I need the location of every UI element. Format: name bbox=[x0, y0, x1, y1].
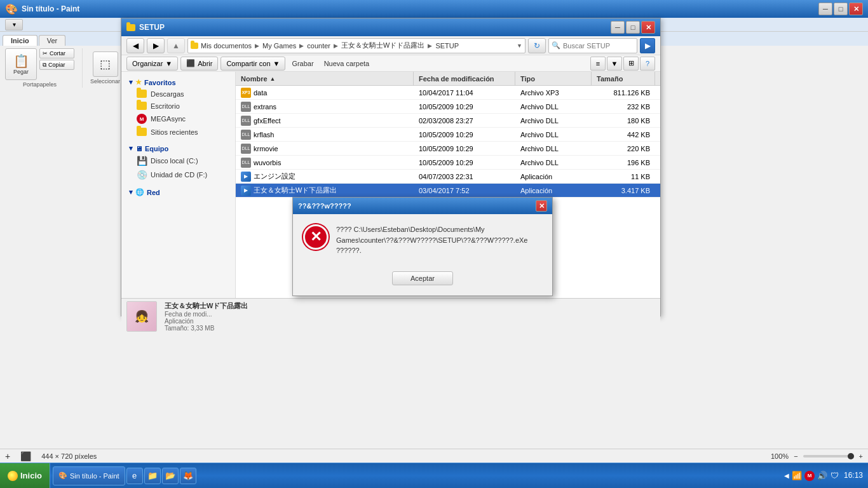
paint-close-button[interactable]: ✕ bbox=[849, 3, 863, 15]
file-name-text: extrans bbox=[254, 103, 276, 111]
start-button[interactable]: Inicio bbox=[0, 463, 50, 488]
zoom-minus-button[interactable]: − bbox=[794, 452, 797, 460]
organizar-arrow: ▼ bbox=[165, 60, 172, 67]
taskbar-item-explorer2[interactable]: 📂 bbox=[162, 468, 179, 484]
zoom-slider[interactable] bbox=[803, 455, 854, 458]
clock: 16:13 bbox=[844, 471, 863, 481]
breadcrumb-setup[interactable]: SETUP bbox=[434, 41, 460, 50]
taskbar-paint-icon: 🎨 bbox=[58, 471, 67, 480]
file-size-cell: 442 KB bbox=[592, 128, 655, 141]
help-button[interactable]: ? bbox=[640, 57, 655, 71]
search-icon: 🔍 bbox=[552, 41, 560, 50]
preview-pane-button[interactable]: ⊞ bbox=[623, 57, 639, 71]
taskbar-item-folder[interactable]: 📁 bbox=[144, 468, 161, 484]
zoom-plus-button[interactable]: + bbox=[859, 452, 863, 460]
taskbar-item-firefox[interactable]: 🦊 bbox=[180, 468, 196, 484]
refresh-button[interactable]: ↻ bbox=[528, 38, 546, 53]
nueva-carpeta-button[interactable]: Nueva carpeta bbox=[320, 57, 374, 71]
xp3-file-icon: XP3 bbox=[241, 88, 251, 98]
canvas-icon: ⬛ bbox=[20, 451, 31, 461]
speaker-icon[interactable]: 🔊 bbox=[817, 471, 827, 481]
file-name-cell: DLLwuvorbis bbox=[236, 156, 414, 169]
explorer-statusbar: 👧 王女＆女騎士Wド下品露出 Fecha de modi... Aplicaci… bbox=[121, 298, 660, 334]
explorer-maximize-button[interactable]: □ bbox=[626, 21, 640, 34]
search-input[interactable] bbox=[563, 42, 627, 50]
red-header[interactable]: ▾ 🌐 Red bbox=[124, 187, 233, 198]
ie-icon: e bbox=[132, 471, 137, 480]
sitios-folder-icon bbox=[137, 128, 147, 136]
explorer-minimize-button[interactable]: ─ bbox=[611, 21, 625, 34]
col-header-nombre[interactable]: Nombre ▲ bbox=[236, 72, 414, 85]
select-button[interactable]: ⬚ bbox=[93, 51, 118, 77]
paint-title: Sin título - Paint bbox=[22, 4, 79, 13]
red-icon: 🌐 bbox=[135, 188, 144, 196]
breadcrumb-gamefolder[interactable]: 王女＆女騎士Wドド品露出 bbox=[340, 40, 426, 51]
table-row[interactable]: DLLkrflash10/05/2009 10:29Archivo DLL442… bbox=[236, 128, 660, 142]
sidebar-item-megasync[interactable]: M MEGAsync bbox=[124, 112, 233, 126]
back-button[interactable]: ◀ bbox=[126, 38, 144, 53]
explorer-close-button[interactable]: ✕ bbox=[641, 21, 655, 34]
notification-icons: ◀ 📶 M 🔊 🛡 bbox=[784, 471, 840, 481]
breadcrumb-mis-documentos[interactable]: Mis documentos bbox=[200, 41, 253, 50]
aceptar-button[interactable]: Aceptar bbox=[392, 271, 453, 285]
taskbar-item-ie[interactable]: e bbox=[126, 468, 143, 484]
address-bar[interactable]: Mis documentos ▶ My Games ▶ counter ▶ 王女… bbox=[187, 38, 526, 53]
ribbon-tab-inicio[interactable]: Inicio bbox=[3, 35, 37, 46]
file-name-cell: DLLextrans bbox=[236, 100, 414, 113]
sidebar-item-descargas[interactable]: Descargas bbox=[124, 88, 233, 100]
forward-button[interactable]: ▶ bbox=[147, 38, 165, 53]
sidebar-item-escritorio[interactable]: Escritorio bbox=[124, 100, 233, 112]
favorites-header[interactable]: ▾ ★ Favoritos bbox=[124, 77, 233, 88]
network-icon[interactable]: 📶 bbox=[792, 471, 802, 481]
breadcrumb-arrow-2[interactable]: ▶ bbox=[299, 43, 304, 49]
col-header-fecha[interactable]: Fecha de modificación bbox=[414, 72, 515, 85]
breadcrumb-counter[interactable]: counter bbox=[306, 41, 332, 50]
paint-maximize-button[interactable]: □ bbox=[834, 3, 848, 15]
breadcrumb-arrow-4[interactable]: ▶ bbox=[428, 43, 432, 49]
equipo-header[interactable]: ▾ 🖥 Equipo bbox=[124, 143, 233, 154]
address-dropdown-arrow[interactable]: ▼ bbox=[517, 43, 522, 49]
quick-access-btn[interactable]: ▾ bbox=[5, 19, 23, 30]
ribbon-tab-ver[interactable]: Ver bbox=[39, 35, 66, 46]
col-header-tamanio[interactable]: Tamaño bbox=[592, 72, 655, 85]
compartir-button[interactable]: Compartir con ▼ bbox=[220, 57, 285, 71]
table-row[interactable]: ▶エンジン設定04/07/2003 22:31Aplicación11 KB bbox=[236, 170, 660, 184]
table-row[interactable]: ▶王女＆女騎士Wド下品露出03/04/2017 7:52Aplicación3.… bbox=[236, 184, 660, 198]
cut-button[interactable]: ✂ Cortar bbox=[39, 48, 74, 58]
breadcrumb-my-games[interactable]: My Games bbox=[261, 41, 297, 50]
grabar-button[interactable]: Grabar bbox=[288, 57, 317, 71]
copy-button[interactable]: ⧉ Copiar bbox=[39, 60, 74, 70]
table-row[interactable]: XP3data10/04/2017 11:04Archivo XP3811.12… bbox=[236, 86, 660, 100]
red-arrow: ▾ bbox=[129, 188, 133, 196]
breadcrumb-arrow-3[interactable]: ▶ bbox=[334, 43, 338, 49]
sidebar-item-disco-c[interactable]: 💾 Disco local (C:) bbox=[124, 154, 233, 168]
paste-button[interactable]: 📋 Pegar bbox=[5, 48, 37, 80]
sidebar-item-unidad-cd[interactable]: 💿 Unidad de CD (F:) bbox=[124, 168, 233, 182]
dialog-close-button[interactable]: ✕ bbox=[536, 200, 547, 212]
equipo-icon: 🖥 bbox=[135, 145, 142, 152]
file-name-text: gfxEffect bbox=[254, 117, 281, 125]
table-row[interactable]: DLLkrmovie10/05/2009 10:29Archivo DLL220… bbox=[236, 142, 660, 156]
megasync-icon: M bbox=[137, 114, 147, 124]
breadcrumb-arrow-1[interactable]: ▶ bbox=[255, 43, 259, 49]
abrir-button[interactable]: ⬛ Abrir bbox=[180, 57, 218, 71]
equipo-section: ▾ 🖥 Equipo 💾 Disco local (C:) 💿 Unidad d… bbox=[124, 143, 233, 182]
escritorio-folder-icon bbox=[137, 102, 147, 110]
file-name-cell: ▶エンジン設定 bbox=[236, 170, 414, 183]
table-row[interactable]: DLLwuvorbis10/05/2009 10:29Archivo DLL19… bbox=[236, 156, 660, 170]
view-dropdown-button[interactable]: ▼ bbox=[607, 57, 622, 71]
col-header-tipo[interactable]: Tipo bbox=[515, 72, 592, 85]
table-row[interactable]: DLLgfxEffect02/03/2008 23:27Archivo DLL1… bbox=[236, 114, 660, 128]
view-list-button[interactable]: ≡ bbox=[590, 57, 606, 71]
expand-notify-button[interactable]: ◀ bbox=[784, 472, 789, 479]
sidebar-item-sitios-recientes[interactable]: Sitios recientes bbox=[124, 126, 233, 138]
table-row[interactable]: DLLextrans10/05/2009 10:29Archivo DLL232… bbox=[236, 100, 660, 114]
search-go-button[interactable]: ▶ bbox=[640, 38, 655, 53]
paint-minimize-button[interactable]: ─ bbox=[818, 3, 832, 15]
organizar-button[interactable]: Organizar ▼ bbox=[126, 57, 178, 71]
status-app-type: Aplicación bbox=[165, 318, 655, 325]
file-name-text: krflash bbox=[254, 131, 274, 139]
megasync-notify-icon[interactable]: M bbox=[804, 471, 815, 481]
security-icon[interactable]: 🛡 bbox=[830, 471, 840, 481]
taskbar-item-paint[interactable]: 🎨 Sin título - Paint bbox=[53, 466, 125, 485]
